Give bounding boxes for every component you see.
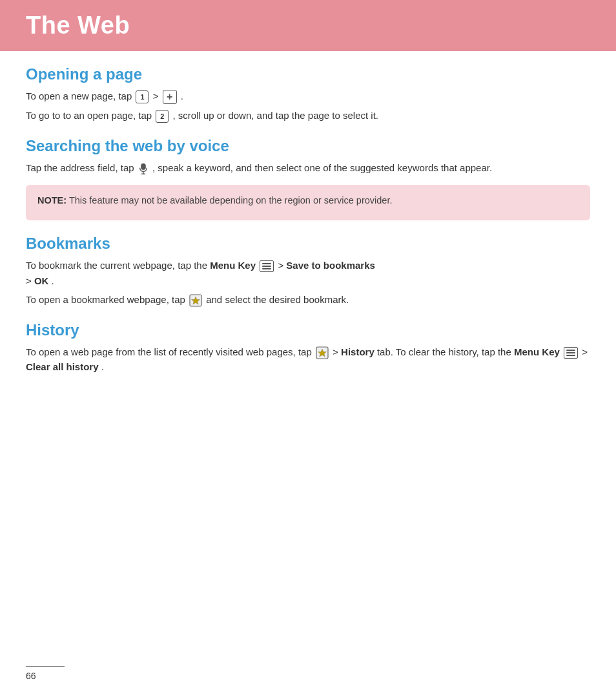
tab-number-2-icon: 2 xyxy=(156,110,169,123)
new-tab-plus-icon: + xyxy=(163,90,177,104)
bookmarks-line2-post: and select the desired bookmark. xyxy=(206,294,349,305)
tab-number-1-icon: 1 xyxy=(136,90,149,103)
section-title-opening: Opening a page xyxy=(26,65,590,83)
menu-key-icon-2 xyxy=(564,347,578,359)
note-text: This feature may not be available depend… xyxy=(69,195,393,205)
bookmarks-ok-label: OK xyxy=(34,275,49,286)
searching-paragraph-1: Tap the address field, tap , speak a key… xyxy=(26,160,590,175)
note-label: NOTE: xyxy=(37,195,67,205)
page-title: The Web xyxy=(26,12,590,39)
history-label: History xyxy=(341,346,375,357)
bookmarks-menu-key-label: Menu Key xyxy=(210,260,256,271)
opening-line1-pre: To open a new page, tap xyxy=(26,90,132,101)
history-gt2: > xyxy=(582,346,588,357)
history-menu-key-label: Menu Key xyxy=(514,346,560,357)
bookmarks-paragraph-1: To bookmark the current webpage, tap the… xyxy=(26,258,590,288)
opening-paragraph-2: To go to to an open page, tap 2 , scroll… xyxy=(26,108,590,123)
bookmarks-gt1: > xyxy=(278,260,286,271)
bookmarks-save-label: Save to bookmarks xyxy=(286,260,375,271)
history-clear-label: Clear all history xyxy=(26,361,99,372)
bookmarks-line1-pre: To bookmark the current webpage, tap the xyxy=(26,260,207,271)
section-title-history: History xyxy=(26,321,590,339)
bookmark-star-icon xyxy=(189,294,202,307)
bookmarks-paragraph-2: To open a bookmarked webpage, tap and se… xyxy=(26,292,590,307)
opening-paragraph-1: To open a new page, tap 1 > + . xyxy=(26,89,590,104)
history-line1-pre: To open a web page from the list of rece… xyxy=(26,346,312,357)
history-end: . xyxy=(101,361,104,372)
microphone-icon xyxy=(138,163,149,174)
opening-line2-pre: To go to to an open page, tap xyxy=(26,110,152,121)
history-paragraph-1: To open a web page from the list of rece… xyxy=(26,344,590,375)
history-gt1: > xyxy=(333,346,341,357)
bookmarks-line2-pre: To open a bookmarked webpage, tap xyxy=(26,294,185,305)
note-box: NOTE: This feature may not be available … xyxy=(26,185,590,221)
bookmarks-ok-period: . xyxy=(52,275,54,286)
history-star-icon xyxy=(316,346,329,359)
menu-key-icon-1 xyxy=(260,260,274,272)
history-line1-mid: tab. To clear the history, tap the xyxy=(377,346,511,357)
page-content: Opening a page To open a new page, tap 1… xyxy=(0,51,616,405)
searching-line1-pre: Tap the address field, tap xyxy=(26,162,134,173)
opening-line1-period: . xyxy=(181,90,183,101)
page-number: 66 xyxy=(26,671,36,681)
opening-line2-post: , scroll up or down, and tap the page to… xyxy=(173,110,379,121)
svg-rect-0 xyxy=(141,163,145,170)
searching-line1-post: , speak a keyword, and then select one o… xyxy=(152,162,492,173)
section-title-searching: Searching the web by voice xyxy=(26,137,590,155)
bookmarks-gt2: > xyxy=(26,275,34,286)
opening-gt-1: > xyxy=(153,90,161,101)
section-title-bookmarks: Bookmarks xyxy=(26,235,590,253)
note-content: NOTE: This feature may not be available … xyxy=(37,194,579,208)
page-footer: 66 xyxy=(26,666,65,681)
page-header: The Web xyxy=(0,0,616,51)
